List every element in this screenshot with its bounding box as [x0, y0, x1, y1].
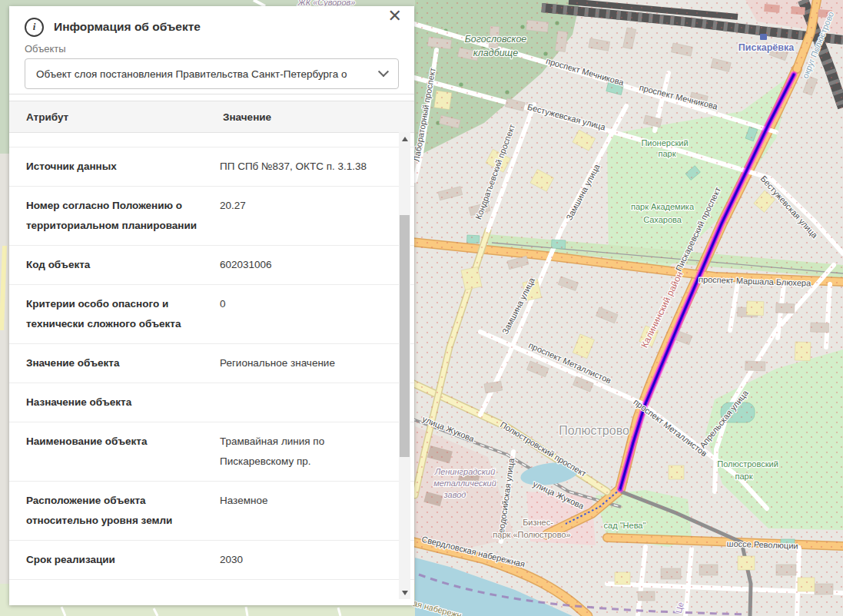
map-label-polyustrovo-place: Полюстрово — [559, 424, 629, 437]
map-label-business-park-1: Бизнес- — [523, 518, 553, 527]
map-label-lmz-2: металлический — [433, 479, 496, 488]
object-layer-dropdown[interactable]: Объект слоя постановления Правительства … — [25, 58, 399, 89]
attribute-value: 20.27 — [220, 196, 377, 216]
table-row: Расположение объекта относительно уровня… — [9, 482, 414, 541]
attribute-value: ПП СПб №837, ОКТС п. 3.1.38 — [220, 157, 377, 177]
divider — [9, 94, 414, 94]
attribute-name: Назначение объекта — [26, 392, 220, 412]
map-label-lmz-3: завод — [443, 490, 466, 499]
table-scrollbar[interactable] — [399, 132, 410, 599]
objects-label: Объекты — [25, 43, 414, 55]
map-label-piskaryovka-station: Пискарёвка — [738, 42, 795, 53]
attribute-table: Источник данных ПП СПб №837, ОКТС п. 3.1… — [9, 133, 414, 604]
map-label-pionersky-park: парк — [658, 149, 675, 158]
dropdown-value: Объект слоя постановления Правительства … — [36, 68, 373, 80]
attribute-value: 602031006 — [220, 255, 377, 275]
table-row: Код объекта 602031006 — [9, 246, 414, 285]
panel-title: Информация об объекте — [54, 20, 201, 34]
table-row: Значение объекта Региональное значение — [9, 344, 414, 383]
map-label-sakharova-2: Сахарова — [643, 215, 682, 224]
map-label-sakharova-1: парк Академика — [631, 202, 695, 211]
attribute-name: Номер согласно Положению о территориальн… — [26, 196, 220, 236]
attribute-name: Расположение объекта относительно уровня… — [26, 491, 220, 531]
column-header-value: Значение — [223, 111, 271, 123]
table-row: Срок реализации 2030 — [9, 541, 414, 580]
table-row: Критерии особо опасного и технически сло… — [9, 285, 414, 344]
station-icon — [760, 34, 767, 40]
table-row: Номер согласно Положению о территориальн… — [9, 187, 414, 246]
attribute-name: Источник данных — [26, 157, 220, 177]
table-row: Наименование объекта Трамвайная линия по… — [9, 422, 414, 482]
table-header: Атрибут Значение — [9, 101, 414, 133]
map-label-kladbische: кладбище — [473, 48, 518, 58]
table-row-partial — [9, 133, 414, 147]
map-label-polyustrovsky-park-1: Полюстровский — [717, 459, 778, 469]
panel-header: i Информация об объекте ✕ — [9, 6, 414, 37]
attribute-name: Значение объекта — [26, 353, 220, 373]
scroll-down-icon[interactable] — [399, 587, 410, 598]
table-row: Источник данных ПП СПб №837, ОКТС п. 3.1… — [9, 147, 414, 187]
attribute-name: Наименование объекта — [26, 432, 220, 452]
attribute-value: Региональное значение — [220, 353, 377, 373]
map-label-lmz-1: Ленинградский — [434, 467, 496, 476]
object-info-panel: i Информация об объекте ✕ Объекты Объект… — [9, 6, 414, 605]
attribute-value: Трамвайная линия по Пискаревскому пр. — [220, 432, 377, 472]
attribute-name: Срок реализации — [26, 550, 220, 570]
map-label-business-park-2: парк «Полюстрово» — [493, 530, 570, 539]
column-header-attribute: Атрибут — [26, 111, 223, 123]
chevron-down-icon — [378, 66, 389, 77]
attribute-value: Наземное — [220, 491, 377, 511]
info-icon: i — [25, 18, 44, 37]
attribute-value: 0 — [220, 294, 377, 314]
table-row: Назначение объекта — [9, 383, 414, 422]
close-icon[interactable]: ✕ — [388, 6, 402, 26]
map-label-pionersky: Пионерский — [641, 138, 688, 147]
attribute-name: Код объекта — [26, 255, 220, 275]
attribute-value: 2030 — [220, 550, 377, 570]
scrollbar-thumb[interactable] — [400, 215, 410, 457]
scroll-up-icon[interactable] — [399, 133, 410, 144]
attribute-name: Критерии особо опасного и технически сло… — [26, 294, 220, 334]
map-label-neva-garden: сад "Нева" — [604, 521, 646, 530]
map-label-bogoslovskoe: Богословское — [465, 34, 527, 45]
map-label-polyustrovsky-park-2: парк — [735, 472, 752, 481]
